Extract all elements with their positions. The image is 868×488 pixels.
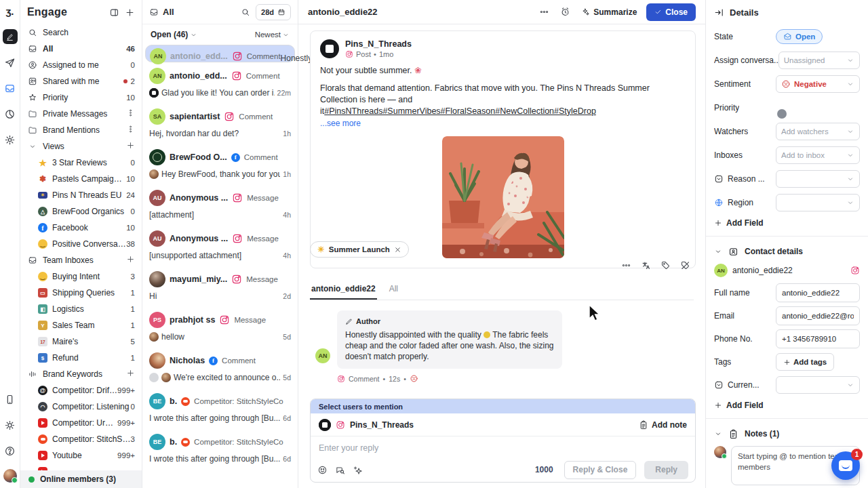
support-chat-launcher[interactable]: 1 [831,451,860,480]
conversation-item[interactable]: BrewFood O... f Comment Hey BrewFood, th… [142,144,298,184]
conversation-item[interactable]: SA sapientartist Comment Hej, hvordan ha… [142,103,298,144]
keyword-driftline[interactable]: @ Competitor: Driftline... 999+ [20,382,142,399]
collapse-details-icon[interactable] [714,7,724,18]
inbox-refund[interactable]: $ Refund 1 [20,350,142,366]
snooze-icon[interactable] [560,7,570,17]
watchers-select[interactable]: Add watchers [776,123,860,140]
add-view-icon[interactable] [126,141,135,152]
conversation-item[interactable]: Nicholas f Comment We're excited to anno… [142,347,298,388]
conversation-item[interactable]: BE b. Competitor: StitchStyleCo I wrote … [142,428,298,469]
sidebar-item-shared[interactable]: Shared with me 2 [20,73,142,89]
conversation-item[interactable]: AU Anonymous ... Message [attachment] 4h [142,184,298,225]
reply-button[interactable]: Reply [644,461,688,479]
add-keyword-icon[interactable] [126,369,135,380]
engage-inbox-icon[interactable] [3,81,18,96]
inbox-maires[interactable]: 17 Maire's 5 [20,333,142,350]
search-icon[interactable] [241,7,250,17]
section-team-inboxes[interactable]: Team Inboxes [20,252,142,268]
tab-antonio-eddie22[interactable]: antonio_eddie22 [310,281,377,300]
post-image[interactable] [442,136,564,258]
sidebar-item-search[interactable]: Search [20,24,142,41]
keyword-listening[interactable]: ◠ Competitor: Listening 0 [20,399,142,415]
reason-select[interactable] [776,170,860,188]
saved-replies-icon[interactable] [335,465,345,475]
add-inbox-icon[interactable] [126,255,135,266]
translate-icon[interactable] [641,260,651,270]
add-icon[interactable] [125,7,135,18]
more-menu-icon[interactable] [539,7,549,17]
open-filter[interactable]: Open (46) [151,30,255,39]
state-open-pill[interactable]: Open [776,29,823,44]
reports-icon[interactable] [3,106,18,121]
settings-gear-icon[interactable] [3,132,18,147]
email-input[interactable] [776,306,860,325]
section-views[interactable]: Views [20,138,142,155]
view-brewfood-organics[interactable]: △ BrewFood Organics 0 [20,203,142,220]
add-field-button[interactable]: Add Field [706,396,868,414]
theme-icon[interactable] [3,418,18,432]
inbox-sales-team[interactable]: Y Sales Team 1 [20,317,142,333]
view-pins-n-threads-eu[interactable]: ✶ Pins N Threads EU 24 [20,187,142,203]
date-range-filter[interactable]: 28d [256,4,291,20]
sentiment-select[interactable]: Negative [776,75,860,93]
more-menu-icon[interactable] [126,108,135,119]
see-more-link[interactable]: ...see more [320,119,686,128]
sidebar-item-private-messages[interactable]: Private Messages [20,106,142,122]
view-positive-conversations[interactable]: ‿ Positive Conversations 38 [20,236,142,252]
conversation-item[interactable]: mayumi_miy... Message Hi 2d [142,266,298,306]
sidebar-item-assigned[interactable]: Assigned to me 0 [20,57,142,73]
reply-and-close-button[interactable]: Reply & Close [564,461,637,479]
conversation-item[interactable]: PS prabhjot ss Message hellow 5d [142,306,298,347]
tab-all[interactable]: All [388,281,399,300]
region-select[interactable] [776,194,860,211]
untag-icon[interactable] [680,260,690,270]
tag-icon[interactable] [660,260,671,270]
tag-chip-summer-launch[interactable]: ☀ Summer Launch [310,241,409,258]
keyword-youtube[interactable]: Youtube 999+ [20,447,142,464]
view-pastels-campaign[interactable]: ✽ Pastels Campaign (UTM) 10 [20,171,142,187]
emoji-icon[interactable] [317,465,328,475]
post-hashtags[interactable]: #PinsNThreads#SummerVibes#FloralSeason#N… [324,106,596,116]
mobile-app-icon[interactable] [3,392,18,407]
sort-filter[interactable]: Newest [255,30,290,39]
add-note-button[interactable]: Add note [639,420,687,430]
summarize-button[interactable]: Summarize [581,7,637,17]
ai-assist-icon[interactable] [353,465,363,475]
more-menu-icon[interactable] [126,125,135,136]
view-3-star-reviews[interactable]: ★ 3 Star Reviews 0 [20,155,142,171]
currency-select[interactable] [776,376,860,394]
more-actions-icon[interactable] [621,260,631,270]
sidebar-item-brand-mentions[interactable]: Brand Mentions [20,122,142,138]
inbox-buying-intent[interactable]: ‿ Buying Intent 3 [20,268,142,285]
inbox-logistics[interactable]: ◧ Logistics 1 [20,301,142,317]
assignee-select[interactable]: Unassigned [778,52,860,69]
online-members-bar[interactable]: Online members (3) [20,470,142,488]
reply-input[interactable] [311,436,695,453]
conversation-item[interactable]: AN antonio_edd... Comment Glad you like … [142,62,298,103]
close-button[interactable]: Close [646,3,696,21]
section-brand-keywords[interactable]: Brand Keywords [20,366,142,382]
compose-icon[interactable] [3,29,18,44]
phone-input[interactable] [776,329,860,348]
inboxes-select[interactable]: Add to inbox [776,146,860,164]
add-field-button[interactable]: Add Field [706,214,868,232]
view-facebook[interactable]: f Facebook 10 [20,220,142,236]
conversation-item[interactable]: BE b. Competitor: StitchStyleCo I wrote … [142,388,298,428]
inbox-shipping-queries[interactable]: ▭ Shipping Queries 1 [20,285,142,301]
sidebar-item-priority[interactable]: Priority 10 [20,89,142,106]
add-tags-button[interactable]: Add tags [776,353,834,371]
full-name-input[interactable] [776,283,860,302]
remove-tag-icon[interactable] [394,246,401,253]
help-icon[interactable] [3,443,18,458]
comment-bubble[interactable]: Author Honestly disappointed with the qu… [337,310,562,369]
collapse-panel-icon[interactable] [109,7,119,18]
user-avatar[interactable] [3,469,17,483]
keyword-urban[interactable]: Competitor: Urban ... 999+ [20,415,142,431]
publish-icon[interactable] [3,55,18,70]
conversation-item[interactable]: AU Anonymous ... Message [unsupported at… [142,225,298,266]
contact-details-header[interactable]: Contact details [706,241,868,262]
keyword-stitchstyleco[interactable]: Competitor: StitchStyleCo 3 [20,431,142,447]
sidebar-item-all[interactable]: All 46 [20,41,142,57]
notes-header[interactable]: Notes (1) [706,423,868,445]
conversation-item-selected[interactable]: AN antonio_edd... Comment Honestly disap… [145,45,295,62]
